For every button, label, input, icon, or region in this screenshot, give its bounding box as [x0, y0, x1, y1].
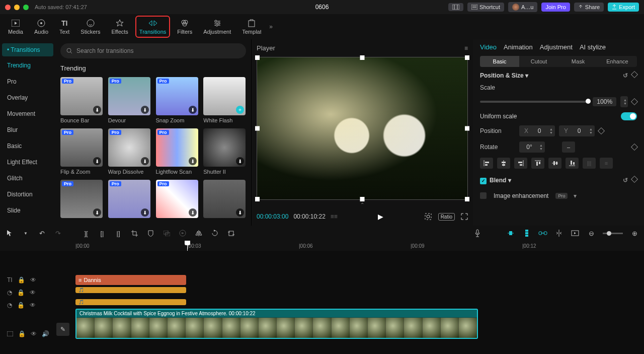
position-y-input[interactable]: Y0▲▼ — [559, 125, 595, 136]
timeline-ruler[interactable]: |00:00 |00:03 |00:06 |00:09 |00:12 — [0, 241, 644, 251]
rotate-input[interactable]: 0°▲▼ — [519, 141, 545, 153]
zoom-slider[interactable] — [603, 233, 623, 234]
cat-trending[interactable]: Trending — [2, 58, 53, 73]
lock-icon[interactable]: 🔒 — [18, 276, 25, 284]
rotate-tool[interactable] — [210, 229, 219, 238]
download-icon[interactable]: ⬇ — [189, 157, 197, 165]
tab-effects[interactable]: Effects — [108, 17, 131, 37]
cat-distortion[interactable]: Distortion — [2, 187, 53, 201]
tab-transitions[interactable]: Transitions — [136, 17, 169, 37]
search-input[interactable]: Search for transitions — [60, 43, 246, 58]
marker-tool[interactable] — [146, 229, 155, 238]
subtab-basic[interactable]: Basic — [480, 56, 519, 67]
cat-light-effect[interactable]: Light Effect — [2, 155, 53, 169]
win-min[interactable] — [14, 5, 20, 10]
insp-tab-adjustment[interactable]: Adjustment — [540, 43, 573, 51]
transition-item[interactable]: ＋White Flash — [203, 77, 246, 123]
transition-item[interactable]: Pro⬇Devour — [108, 77, 151, 123]
preview-render-tool[interactable] — [571, 229, 580, 238]
download-icon[interactable]: ⬇ — [141, 106, 149, 114]
tab-media[interactable]: Media — [5, 17, 26, 37]
panel-pill-transitions[interactable]: • Transitions — [2, 43, 53, 56]
ratio-button[interactable]: Ratio — [438, 213, 455, 221]
preview-expand-icon[interactable]: ⌃ — [257, 202, 468, 207]
audio-clip-2[interactable]: 🎵 — [75, 299, 186, 305]
tab-stickers[interactable]: Stickers — [77, 17, 103, 37]
scan-icon[interactable] — [424, 213, 432, 221]
preview-canvas[interactable] — [257, 57, 468, 200]
eye-icon[interactable]: 👁 — [30, 289, 36, 296]
blend-checkbox[interactable]: ✓ — [480, 178, 487, 184]
insp-tab-animation[interactable]: Animation — [504, 43, 533, 51]
transition-item[interactable]: Pro⬇Flip & Zoom — [60, 128, 103, 175]
cat-glitch[interactable]: Glitch — [2, 171, 53, 185]
scale-keyframe[interactable] — [631, 98, 638, 105]
undo-button[interactable]: ↶ — [37, 229, 46, 238]
trim-right-tool[interactable]: |​] — [114, 229, 123, 238]
eye-icon[interactable]: 👁 — [30, 276, 36, 284]
mic-tool[interactable] — [473, 229, 482, 238]
download-icon[interactable]: ⬇ — [93, 157, 101, 165]
eye-icon[interactable]: 👁 — [31, 330, 37, 337]
download-icon[interactable]: ⬇ — [189, 106, 197, 114]
transition-item[interactable]: Pro⬇Warp Dissolve — [108, 128, 151, 175]
position-x-input[interactable]: X0▲▼ — [519, 125, 555, 136]
lock-icon[interactable]: 🔒 — [17, 302, 25, 309]
download-icon[interactable]: ⬇ — [189, 208, 197, 217]
handle-br[interactable] — [465, 197, 469, 201]
subtab-cutout[interactable]: Cutout — [519, 56, 558, 67]
handle-ml[interactable] — [255, 126, 260, 131]
cat-overlay[interactable]: Overlay — [2, 91, 53, 105]
transition-item[interactable]: ⬇Shutter II — [203, 128, 246, 175]
insp-tab-ai-stylize[interactable]: AI stylize — [580, 43, 606, 51]
add-icon[interactable]: ＋ — [236, 106, 244, 114]
cat-slide[interactable]: Slide — [2, 203, 53, 218]
crop2-tool[interactable] — [226, 229, 235, 238]
cat-movement[interactable]: Movement — [2, 107, 53, 121]
mirror-tool[interactable] — [194, 229, 203, 238]
align-bottom[interactable] — [566, 158, 579, 169]
video-clip[interactable]: Christmas Milk Cocktail with Spice Eggno… — [75, 309, 478, 339]
tab-filters[interactable]: Filters — [174, 17, 195, 37]
win-max[interactable] — [23, 5, 29, 10]
crop-tool[interactable] — [130, 229, 139, 238]
tab-audio[interactable]: Audio — [31, 17, 51, 37]
subtab-mask[interactable]: Mask — [558, 56, 598, 67]
align-right[interactable] — [514, 158, 527, 169]
download-icon[interactable]: ⬇ — [141, 208, 149, 217]
blend-keyframe[interactable] — [631, 176, 638, 183]
cursor-tool[interactable] — [5, 229, 14, 238]
transition-item[interactable]: Pro⬇ — [156, 180, 199, 218]
transition-item[interactable]: Pro⬇Lightflow Scan — [156, 128, 199, 175]
uniform-scale-toggle[interactable] — [621, 112, 637, 120]
trim-left-tool[interactable]: [​| — [98, 229, 107, 238]
more-tabs-icon[interactable]: » — [269, 23, 273, 30]
blend-reset-icon[interactable]: ↺ — [623, 177, 628, 184]
shortcut-button[interactable]: Shortcut — [467, 3, 504, 12]
align-center-h[interactable] — [497, 158, 510, 169]
align-left[interactable] — [480, 158, 493, 169]
magnet-all-tracks[interactable] — [522, 229, 531, 238]
keyframe-icon[interactable] — [631, 71, 638, 78]
lock-icon[interactable]: 🔒 — [17, 289, 25, 296]
share-button[interactable]: Share — [574, 3, 604, 12]
cursor-dropdown[interactable]: ▼ — [21, 229, 30, 238]
cover-icon[interactable] — [7, 331, 13, 336]
zoom-out[interactable]: ⊖ — [587, 229, 596, 238]
lock-icon[interactable]: 🔒 — [18, 330, 26, 337]
handle-mr[interactable] — [465, 126, 469, 131]
align-center-v[interactable] — [548, 158, 561, 169]
zoom-in[interactable]: ⊕ — [630, 229, 639, 238]
handle-tr[interactable] — [465, 55, 469, 60]
transition-item[interactable]: ⬇ — [203, 180, 246, 218]
play-button[interactable]: ▶ — [378, 213, 383, 221]
scale-slider[interactable] — [480, 101, 589, 103]
text-clip[interactable]: ≡Dannis — [75, 275, 186, 285]
rotate-dash[interactable]: – — [562, 141, 575, 153]
magnet-main-track[interactable] — [506, 229, 515, 238]
transition-item[interactable]: Pro⬇Snap Zoom — [156, 77, 199, 123]
subtab-enhance[interactable]: Enhance — [598, 56, 637, 67]
win-close[interactable] — [5, 5, 11, 10]
aspect-icon[interactable] — [448, 3, 463, 11]
insp-tab-video[interactable]: Video — [480, 43, 497, 51]
